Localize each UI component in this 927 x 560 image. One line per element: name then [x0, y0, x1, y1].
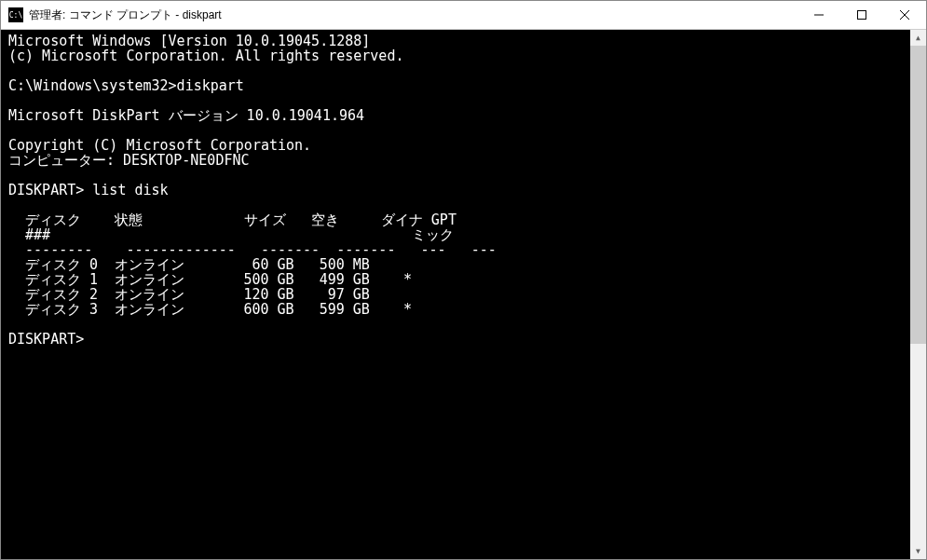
vertical-scrollbar[interactable]: ▲ ▼: [910, 30, 926, 559]
terminal-output[interactable]: Microsoft Windows [Version 10.0.19045.12…: [1, 30, 910, 559]
terminal-area: Microsoft Windows [Version 10.0.19045.12…: [1, 29, 926, 559]
close-button[interactable]: [883, 1, 926, 29]
command-prompt-window: C:\ 管理者: コマンド プロンプト - diskpart Microsoft…: [0, 0, 927, 560]
close-icon: [900, 10, 909, 20]
minimize-icon: [814, 10, 824, 20]
titlebar[interactable]: C:\ 管理者: コマンド プロンプト - diskpart: [1, 1, 926, 29]
cmd-icon: C:\: [8, 7, 23, 22]
minimize-button[interactable]: [797, 1, 840, 29]
maximize-icon: [857, 10, 866, 20]
scroll-up-button[interactable]: ▲: [910, 30, 926, 46]
window-title: 管理者: コマンド プロンプト - diskpart: [29, 7, 797, 23]
maximize-button[interactable]: [840, 1, 883, 29]
window-controls: [797, 1, 926, 29]
svg-rect-1: [858, 11, 866, 20]
scroll-down-button[interactable]: ▼: [910, 543, 926, 559]
scroll-thumb[interactable]: [910, 46, 926, 344]
scroll-track[interactable]: [910, 46, 926, 543]
